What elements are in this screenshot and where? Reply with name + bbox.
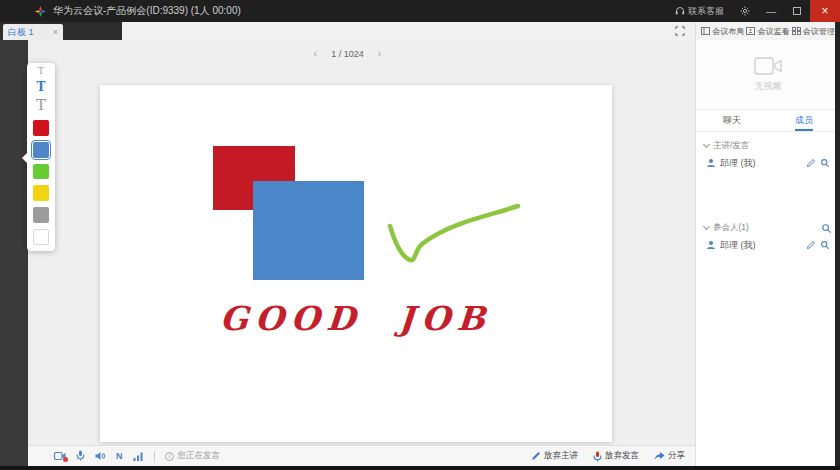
- color-swatch-white[interactable]: [33, 229, 49, 245]
- window-right-edge: [835, 22, 840, 470]
- maximize-button[interactable]: [784, 0, 810, 22]
- sidebar-tabs: 聊天 成员: [696, 110, 840, 132]
- search-icon[interactable]: [821, 223, 832, 234]
- headset-icon: [675, 6, 685, 16]
- signal-bars-icon: [133, 452, 144, 461]
- info-icon: i: [165, 452, 174, 461]
- app-window: 华为云会议-产品例会(ID:9339) (1人 00:00) 联系客服 — ×: [0, 0, 840, 470]
- whiteboard-tab[interactable]: 白板 1 ×: [3, 24, 63, 40]
- mic-icon: [76, 450, 85, 461]
- color-swatch-red[interactable]: [33, 120, 49, 136]
- notification-dot: [63, 457, 68, 462]
- next-page-button[interactable]: ›: [378, 48, 382, 59]
- customer-support-label: 联系客服: [688, 5, 724, 18]
- meeting-sidebar: 会议布局 会议监看 会议管理: [695, 22, 840, 466]
- drawn-green-checkmark: [390, 206, 518, 260]
- prev-page-button[interactable]: ‹: [314, 48, 318, 59]
- whiteboard-tabstrip: 白板 1 ×: [0, 22, 695, 40]
- section-participants[interactable]: 参会人(1): [696, 220, 840, 236]
- section-presenters-label: 主讲/发言: [713, 140, 749, 152]
- release-presenter-label: 放弃主讲: [544, 450, 578, 462]
- tab-close-icon[interactable]: ×: [53, 28, 58, 37]
- meeting-monitor-button[interactable]: 会议监看: [746, 26, 789, 37]
- sidebar-menu: 会议布局 会议监看 会议管理: [696, 22, 840, 40]
- monitor-icon: [746, 27, 755, 35]
- minimize-button[interactable]: —: [758, 0, 784, 22]
- bottom-toolbar: N i 您正在发言 放弃主讲: [0, 445, 695, 466]
- person-icon: [706, 240, 716, 250]
- layout-icon: [701, 27, 710, 35]
- color-swatch-yellow[interactable]: [33, 185, 49, 201]
- app-logo-icon: [34, 5, 47, 18]
- section-participants-label: 参会人(1): [713, 222, 749, 234]
- maximize-icon: [793, 7, 801, 15]
- whiteboard-canvas[interactable]: GOOD JOB: [100, 85, 612, 442]
- person-icon: [706, 158, 716, 168]
- color-swatch-gray[interactable]: [33, 207, 49, 223]
- page-indicator: 1 / 1024: [331, 49, 364, 59]
- settings-button[interactable]: [732, 0, 758, 22]
- font-size-medium-option[interactable]: T: [37, 81, 46, 93]
- member-name: 邱理 (我): [720, 157, 802, 170]
- chevron-down-icon: [703, 223, 710, 230]
- title-bar: 华为云会议-产品例会(ID:9339) (1人 00:00) 联系客服 — ×: [0, 0, 840, 22]
- meeting-layout-button[interactable]: 会议布局: [701, 26, 744, 37]
- toolbar-divider: [154, 451, 155, 462]
- fullscreen-icon: [675, 26, 685, 36]
- speaking-status: i 您正在发言: [165, 450, 221, 462]
- audio-controls: N: [54, 447, 144, 465]
- share-button[interactable]: 分享: [654, 450, 685, 462]
- speaker-button[interactable]: [95, 447, 106, 465]
- font-size-small-option[interactable]: T: [38, 67, 44, 76]
- meeting-monitor-label: 会议监看: [757, 26, 789, 37]
- color-swatch-blue-selected[interactable]: [33, 142, 49, 158]
- drawn-blue-rectangle: [253, 181, 364, 280]
- tool-rail[interactable]: [0, 40, 28, 470]
- whiteboard-tab-label: 白板 1: [8, 26, 49, 39]
- magnifier-icon[interactable]: [820, 158, 830, 168]
- whiteboard-drawing: [100, 85, 612, 442]
- mic-toggle-button[interactable]: [76, 447, 85, 465]
- share-arrow-icon: [654, 451, 665, 461]
- pen-icon: [531, 451, 541, 461]
- release-speaking-button[interactable]: 放弃发言: [593, 450, 639, 462]
- font-size-large-option[interactable]: T: [36, 98, 46, 113]
- meeting-manage-button[interactable]: 会议管理: [792, 26, 835, 37]
- close-button[interactable]: ×: [810, 0, 840, 22]
- member-row-presenter[interactable]: 邱理 (我): [696, 154, 840, 172]
- mic-red-icon: [593, 451, 602, 462]
- network-button[interactable]: N: [116, 451, 123, 461]
- chevron-down-icon: [703, 141, 710, 148]
- whiteboard-text-annotation: GOOD JOB: [199, 299, 514, 338]
- camera-toggle-button[interactable]: [54, 451, 66, 461]
- speaking-status-label: 您正在发言: [178, 450, 221, 462]
- tab-members[interactable]: 成员: [768, 110, 840, 131]
- gear-icon: [740, 6, 750, 16]
- window-title: 华为云会议-产品例会(ID:9339) (1人 00:00): [53, 4, 241, 18]
- release-presenter-button[interactable]: 放弃主讲: [531, 450, 578, 462]
- meeting-manage-label: 会议管理: [803, 26, 835, 37]
- share-label: 分享: [668, 450, 685, 462]
- release-speaking-label: 放弃发言: [605, 450, 639, 462]
- meeting-layout-label: 会议布局: [712, 26, 744, 37]
- video-preview: 无视频: [696, 40, 840, 110]
- no-video-label: 无视频: [755, 80, 782, 93]
- speaker-icon: [95, 451, 106, 461]
- signal-button[interactable]: [133, 447, 144, 465]
- window-bottom-edge: [0, 466, 840, 470]
- fullscreen-button[interactable]: [672, 24, 688, 38]
- tab-chat[interactable]: 聊天: [696, 110, 768, 131]
- camera-icon: [751, 56, 785, 76]
- sidebar-spacer: [696, 172, 840, 214]
- color-swatch-green[interactable]: [33, 164, 49, 180]
- meeting-actions: 放弃主讲 放弃发言 分享: [531, 450, 695, 462]
- pencil-icon[interactable]: [806, 158, 816, 168]
- page-navigation: ‹ 1 / 1024 ›: [0, 48, 695, 59]
- customer-support-button[interactable]: 联系客服: [667, 5, 732, 18]
- pencil-icon[interactable]: [806, 240, 816, 250]
- magnifier-icon[interactable]: [820, 240, 830, 250]
- whiteboard-pane: 白板 1 × ‹ 1 / 1024 › GOOD J: [0, 22, 695, 445]
- drawing-tool-palette: T T T: [27, 63, 55, 251]
- section-presenters[interactable]: 主讲/发言: [696, 138, 840, 154]
- member-row-participant[interactable]: 邱理 (我): [696, 236, 840, 254]
